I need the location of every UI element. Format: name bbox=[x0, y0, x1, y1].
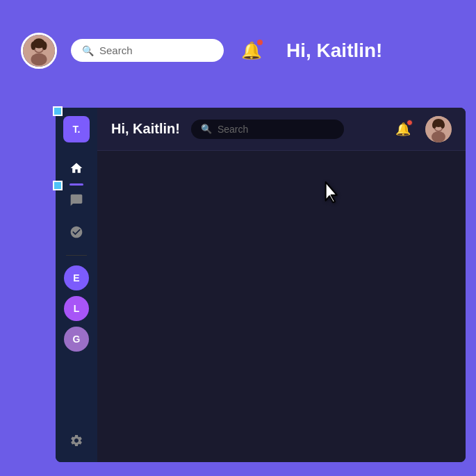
workspace-avatar-e[interactable]: E bbox=[64, 265, 89, 290]
inner-app-panel: T. E L G Hi, Kaitlin! 🔍 Search bbox=[56, 108, 466, 462]
top-search-label: Search bbox=[99, 44, 133, 56]
sidebar-item-messages[interactable] bbox=[63, 187, 90, 213]
workspace-avatar-g[interactable]: G bbox=[64, 327, 89, 352]
notification-badge bbox=[256, 38, 264, 47]
top-greeting-text: Hi, Kaitlin! bbox=[286, 40, 382, 62]
top-notification-bell[interactable]: 🔔 bbox=[238, 37, 265, 65]
sidebar-item-tasks[interactable] bbox=[63, 219, 90, 245]
top-user-avatar[interactable] bbox=[21, 33, 57, 69]
workspace-avatar-l[interactable]: L bbox=[64, 296, 89, 321]
inner-header: Hi, Kaitlin! 🔍 Search 🔔 bbox=[97, 108, 466, 151]
search-icon: 🔍 bbox=[82, 45, 94, 56]
svg-point-12 bbox=[432, 122, 436, 129]
top-bar: 🔍 Search 🔔 Hi, Kaitlin! bbox=[0, 0, 476, 101]
svg-point-10 bbox=[432, 131, 445, 142]
svg-point-3 bbox=[31, 53, 47, 65]
inner-search-bar[interactable]: 🔍 Search bbox=[191, 120, 344, 139]
inner-search-label: Search bbox=[218, 124, 248, 135]
sidebar-divider bbox=[66, 255, 87, 256]
svg-point-5 bbox=[31, 41, 36, 49]
sidebar-logo[interactable]: T. bbox=[63, 116, 90, 142]
inner-greeting-text: Hi, Kaitlin! bbox=[111, 121, 180, 137]
inner-notification-badge bbox=[407, 120, 413, 126]
selection-handle-bl[interactable] bbox=[53, 181, 63, 190]
inner-main-content: Hi, Kaitlin! 🔍 Search 🔔 bbox=[97, 108, 466, 462]
inner-notification-bell[interactable]: 🔔 bbox=[392, 118, 414, 140]
sidebar-item-home[interactable] bbox=[63, 155, 90, 181]
selection-handle-tl[interactable] bbox=[53, 106, 63, 116]
sidebar-settings-button[interactable] bbox=[63, 427, 90, 454]
top-search-bar[interactable]: 🔍 Search bbox=[71, 39, 224, 62]
inner-body bbox=[97, 151, 466, 462]
svg-point-13 bbox=[441, 122, 445, 129]
sidebar: T. E L G bbox=[56, 108, 97, 462]
inner-header-user-avatar[interactable] bbox=[425, 116, 452, 142]
inner-search-icon: 🔍 bbox=[201, 124, 212, 134]
svg-point-6 bbox=[42, 41, 47, 49]
